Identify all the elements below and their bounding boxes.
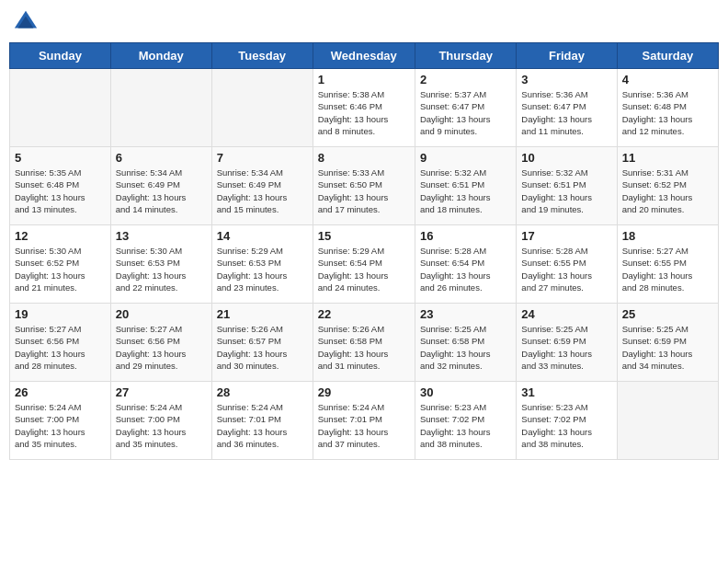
calendar-cell: 26Sunrise: 5:24 AMSunset: 7:00 PMDayligh… bbox=[10, 382, 111, 460]
day-info: Sunrise: 5:28 AMSunset: 6:54 PMDaylight:… bbox=[420, 245, 512, 293]
day-info: Sunrise: 5:36 AMSunset: 6:47 PMDaylight:… bbox=[521, 88, 612, 137]
day-number: 31 bbox=[521, 385, 612, 399]
calendar-week-row: 1Sunrise: 5:38 AMSunset: 6:46 PMDaylight… bbox=[10, 69, 719, 147]
weekday-header-row: SundayMondayTuesdayWednesdayThursdayFrid… bbox=[10, 43, 719, 69]
day-info: Sunrise: 5:23 AMSunset: 7:02 PMDaylight:… bbox=[521, 401, 612, 450]
weekday-header-tuesday: Tuesday bbox=[211, 43, 313, 69]
day-info: Sunrise: 5:31 AMSunset: 6:52 PMDaylight:… bbox=[622, 167, 714, 215]
calendar-cell: 17Sunrise: 5:28 AMSunset: 6:55 PMDayligh… bbox=[517, 225, 617, 304]
weekday-header-monday: Monday bbox=[110, 43, 211, 69]
calendar-cell: 3Sunrise: 5:36 AMSunset: 6:47 PMDaylight… bbox=[517, 69, 617, 147]
day-number: 25 bbox=[622, 307, 714, 321]
day-info: Sunrise: 5:26 AMSunset: 6:58 PMDaylight:… bbox=[318, 323, 411, 372]
day-number: 2 bbox=[420, 73, 512, 86]
day-info: Sunrise: 5:34 AMSunset: 6:49 PMDaylight:… bbox=[217, 167, 309, 215]
calendar-cell: 27Sunrise: 5:24 AMSunset: 7:00 PMDayligh… bbox=[110, 382, 211, 460]
logo bbox=[13, 9, 42, 35]
day-number: 13 bbox=[116, 229, 208, 243]
calendar-cell: 16Sunrise: 5:28 AMSunset: 6:54 PMDayligh… bbox=[415, 225, 516, 304]
calendar-header: SundayMondayTuesdayWednesdayThursdayFrid… bbox=[10, 43, 719, 69]
calendar-cell: 9Sunrise: 5:32 AMSunset: 6:51 PMDaylight… bbox=[415, 147, 516, 225]
day-number: 24 bbox=[521, 307, 612, 321]
weekday-header-saturday: Saturday bbox=[617, 43, 718, 69]
day-number: 27 bbox=[116, 385, 208, 399]
day-info: Sunrise: 5:27 AMSunset: 6:56 PMDaylight:… bbox=[15, 323, 107, 372]
calendar-cell: 15Sunrise: 5:29 AMSunset: 6:54 PMDayligh… bbox=[313, 225, 415, 304]
day-info: Sunrise: 5:27 AMSunset: 6:56 PMDaylight:… bbox=[116, 323, 208, 372]
calendar-week-row: 12Sunrise: 5:30 AMSunset: 6:52 PMDayligh… bbox=[10, 225, 719, 304]
day-info: Sunrise: 5:33 AMSunset: 6:50 PMDaylight:… bbox=[318, 167, 411, 215]
day-info: Sunrise: 5:27 AMSunset: 6:55 PMDaylight:… bbox=[622, 245, 714, 293]
day-info: Sunrise: 5:32 AMSunset: 6:51 PMDaylight:… bbox=[521, 167, 612, 215]
calendar-cell: 12Sunrise: 5:30 AMSunset: 6:52 PMDayligh… bbox=[10, 225, 111, 304]
day-number: 14 bbox=[217, 229, 309, 243]
day-info: Sunrise: 5:25 AMSunset: 6:59 PMDaylight:… bbox=[622, 323, 714, 372]
day-number: 29 bbox=[318, 385, 411, 399]
calendar-week-row: 26Sunrise: 5:24 AMSunset: 7:00 PMDayligh… bbox=[10, 382, 719, 460]
calendar-cell: 2Sunrise: 5:37 AMSunset: 6:47 PMDaylight… bbox=[415, 69, 516, 147]
day-info: Sunrise: 5:24 AMSunset: 7:00 PMDaylight:… bbox=[116, 401, 208, 450]
day-info: Sunrise: 5:24 AMSunset: 7:01 PMDaylight:… bbox=[217, 401, 309, 450]
calendar-cell: 10Sunrise: 5:32 AMSunset: 6:51 PMDayligh… bbox=[517, 147, 617, 225]
day-info: Sunrise: 5:30 AMSunset: 6:53 PMDaylight:… bbox=[116, 245, 208, 293]
day-number: 3 bbox=[521, 73, 612, 86]
calendar-body: 1Sunrise: 5:38 AMSunset: 6:46 PMDaylight… bbox=[10, 69, 719, 460]
day-number: 22 bbox=[318, 307, 411, 321]
calendar-week-row: 5Sunrise: 5:35 AMSunset: 6:48 PMDaylight… bbox=[10, 147, 719, 225]
calendar-cell: 4Sunrise: 5:36 AMSunset: 6:48 PMDaylight… bbox=[617, 69, 718, 147]
day-info: Sunrise: 5:24 AMSunset: 7:00 PMDaylight:… bbox=[15, 401, 107, 450]
day-number: 21 bbox=[217, 307, 309, 321]
day-info: Sunrise: 5:34 AMSunset: 6:49 PMDaylight:… bbox=[116, 167, 208, 215]
day-info: Sunrise: 5:32 AMSunset: 6:51 PMDaylight:… bbox=[420, 167, 512, 215]
calendar-cell bbox=[211, 69, 313, 147]
day-number: 10 bbox=[521, 151, 612, 165]
day-number: 11 bbox=[622, 151, 714, 165]
calendar-cell: 6Sunrise: 5:34 AMSunset: 6:49 PMDaylight… bbox=[110, 147, 211, 225]
day-info: Sunrise: 5:24 AMSunset: 7:01 PMDaylight:… bbox=[318, 401, 411, 450]
day-info: Sunrise: 5:25 AMSunset: 6:58 PMDaylight:… bbox=[420, 323, 512, 372]
calendar-cell: 20Sunrise: 5:27 AMSunset: 6:56 PMDayligh… bbox=[110, 304, 211, 382]
day-info: Sunrise: 5:36 AMSunset: 6:48 PMDaylight:… bbox=[622, 88, 714, 137]
day-number: 1 bbox=[318, 73, 411, 86]
calendar-cell: 21Sunrise: 5:26 AMSunset: 6:57 PMDayligh… bbox=[211, 304, 313, 382]
day-number: 6 bbox=[116, 151, 208, 165]
calendar-cell: 13Sunrise: 5:30 AMSunset: 6:53 PMDayligh… bbox=[110, 225, 211, 304]
calendar-cell: 18Sunrise: 5:27 AMSunset: 6:55 PMDayligh… bbox=[617, 225, 718, 304]
calendar-cell: 5Sunrise: 5:35 AMSunset: 6:48 PMDaylight… bbox=[10, 147, 111, 225]
weekday-header-sunday: Sunday bbox=[10, 43, 111, 69]
weekday-header-friday: Friday bbox=[517, 43, 617, 69]
day-number: 18 bbox=[622, 229, 714, 243]
calendar-cell: 22Sunrise: 5:26 AMSunset: 6:58 PMDayligh… bbox=[313, 304, 415, 382]
calendar-cell: 28Sunrise: 5:24 AMSunset: 7:01 PMDayligh… bbox=[211, 382, 313, 460]
calendar-cell: 30Sunrise: 5:23 AMSunset: 7:02 PMDayligh… bbox=[415, 382, 516, 460]
day-info: Sunrise: 5:37 AMSunset: 6:47 PMDaylight:… bbox=[420, 88, 512, 137]
calendar-cell: 23Sunrise: 5:25 AMSunset: 6:58 PMDayligh… bbox=[415, 304, 516, 382]
calendar-cell bbox=[10, 69, 111, 147]
calendar-cell: 7Sunrise: 5:34 AMSunset: 6:49 PMDaylight… bbox=[211, 147, 313, 225]
day-info: Sunrise: 5:29 AMSunset: 6:53 PMDaylight:… bbox=[217, 245, 309, 293]
day-info: Sunrise: 5:28 AMSunset: 6:55 PMDaylight:… bbox=[521, 245, 612, 293]
day-number: 16 bbox=[420, 229, 512, 243]
calendar-cell bbox=[617, 382, 718, 460]
calendar-cell: 19Sunrise: 5:27 AMSunset: 6:56 PMDayligh… bbox=[10, 304, 111, 382]
day-number: 17 bbox=[521, 229, 612, 243]
day-number: 8 bbox=[318, 151, 411, 165]
day-number: 15 bbox=[318, 229, 411, 243]
calendar-cell: 31Sunrise: 5:23 AMSunset: 7:02 PMDayligh… bbox=[517, 382, 617, 460]
calendar-week-row: 19Sunrise: 5:27 AMSunset: 6:56 PMDayligh… bbox=[10, 304, 719, 382]
calendar-cell: 25Sunrise: 5:25 AMSunset: 6:59 PMDayligh… bbox=[617, 304, 718, 382]
day-info: Sunrise: 5:29 AMSunset: 6:54 PMDaylight:… bbox=[318, 245, 411, 293]
calendar-cell bbox=[110, 69, 211, 147]
day-number: 30 bbox=[420, 385, 512, 399]
calendar-cell: 29Sunrise: 5:24 AMSunset: 7:01 PMDayligh… bbox=[313, 382, 415, 460]
day-number: 19 bbox=[15, 307, 107, 321]
calendar-cell: 11Sunrise: 5:31 AMSunset: 6:52 PMDayligh… bbox=[617, 147, 718, 225]
calendar-table: SundayMondayTuesdayWednesdayThursdayFrid… bbox=[9, 42, 719, 460]
day-number: 28 bbox=[217, 385, 309, 399]
calendar-cell: 1Sunrise: 5:38 AMSunset: 6:46 PMDaylight… bbox=[313, 69, 415, 147]
weekday-header-wednesday: Wednesday bbox=[313, 43, 415, 69]
day-number: 4 bbox=[622, 73, 714, 86]
day-info: Sunrise: 5:25 AMSunset: 6:59 PMDaylight:… bbox=[521, 323, 612, 372]
calendar-cell: 14Sunrise: 5:29 AMSunset: 6:53 PMDayligh… bbox=[211, 225, 313, 304]
calendar-cell: 8Sunrise: 5:33 AMSunset: 6:50 PMDaylight… bbox=[313, 147, 415, 225]
